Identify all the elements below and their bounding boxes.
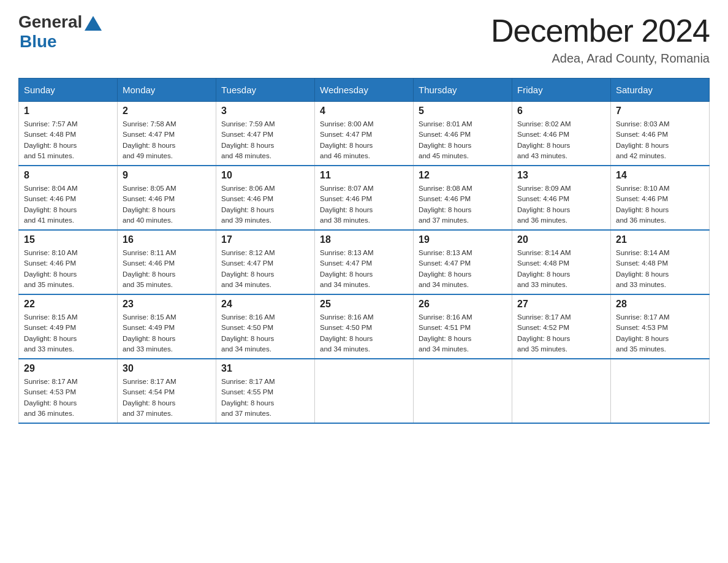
day-info: Sunrise: 8:13 AMSunset: 4:47 PMDaylight:… [419, 248, 507, 290]
day-number: 28 [616, 299, 704, 310]
week-row-3: 15Sunrise: 8:10 AMSunset: 4:46 PMDayligh… [19, 230, 710, 294]
day-info: Sunrise: 8:04 AMSunset: 4:46 PMDaylight:… [24, 183, 112, 226]
day-number: 11 [320, 170, 408, 181]
day-info: Sunrise: 8:06 AMSunset: 4:46 PMDaylight:… [221, 183, 309, 226]
day-info: Sunrise: 8:17 AMSunset: 4:55 PMDaylight:… [221, 377, 309, 419]
day-info: Sunrise: 8:03 AMSunset: 4:46 PMDaylight:… [616, 119, 704, 161]
day-info: Sunrise: 8:02 AMSunset: 4:46 PMDaylight:… [517, 119, 605, 161]
day-number: 6 [517, 105, 605, 117]
calendar-cell: 8Sunrise: 8:04 AMSunset: 4:46 PMDaylight… [19, 166, 118, 230]
calendar-cell [512, 359, 611, 423]
week-row-4: 22Sunrise: 8:15 AMSunset: 4:49 PMDayligh… [19, 294, 710, 359]
day-info: Sunrise: 8:14 AMSunset: 4:48 PMDaylight:… [616, 248, 704, 290]
calendar-cell: 12Sunrise: 8:08 AMSunset: 4:46 PMDayligh… [414, 166, 512, 230]
col-header-monday: Monday [118, 79, 216, 102]
title-section: December 2024 Adea, Arad County, Romania [491, 12, 710, 66]
day-number: 27 [517, 299, 605, 310]
calendar-cell: 9Sunrise: 8:05 AMSunset: 4:46 PMDaylight… [118, 166, 216, 230]
col-header-friday: Friday [512, 79, 611, 102]
day-info: Sunrise: 8:01 AMSunset: 4:46 PMDaylight:… [419, 119, 507, 161]
day-number: 16 [123, 234, 211, 245]
calendar-header-row: SundayMondayTuesdayWednesdayThursdayFrid… [19, 79, 710, 102]
calendar-cell: 19Sunrise: 8:13 AMSunset: 4:47 PMDayligh… [414, 230, 512, 294]
day-number: 30 [123, 363, 211, 374]
day-info: Sunrise: 8:10 AMSunset: 4:46 PMDaylight:… [616, 183, 704, 226]
day-number: 29 [24, 363, 112, 374]
day-info: Sunrise: 7:59 AMSunset: 4:47 PMDaylight:… [221, 119, 309, 161]
day-info: Sunrise: 8:17 AMSunset: 4:52 PMDaylight:… [517, 312, 605, 354]
day-info: Sunrise: 8:16 AMSunset: 4:50 PMDaylight:… [221, 312, 309, 354]
calendar-cell: 25Sunrise: 8:16 AMSunset: 4:50 PMDayligh… [315, 294, 414, 359]
day-number: 2 [123, 105, 211, 117]
calendar-cell: 1Sunrise: 7:57 AMSunset: 4:48 PMDaylight… [19, 102, 118, 166]
day-number: 9 [123, 170, 211, 181]
day-number: 26 [419, 299, 507, 310]
day-info: Sunrise: 8:16 AMSunset: 4:51 PMDaylight:… [419, 312, 507, 354]
calendar-cell: 20Sunrise: 8:14 AMSunset: 4:48 PMDayligh… [512, 230, 611, 294]
day-info: Sunrise: 8:13 AMSunset: 4:47 PMDaylight:… [320, 248, 408, 290]
day-number: 24 [221, 299, 309, 310]
day-number: 31 [221, 363, 309, 374]
day-number: 20 [517, 234, 605, 245]
day-number: 23 [123, 299, 211, 310]
day-info: Sunrise: 7:58 AMSunset: 4:47 PMDaylight:… [123, 119, 211, 161]
calendar-cell: 17Sunrise: 8:12 AMSunset: 4:47 PMDayligh… [216, 230, 315, 294]
day-info: Sunrise: 8:11 AMSunset: 4:46 PMDaylight:… [123, 248, 211, 290]
calendar-cell: 28Sunrise: 8:17 AMSunset: 4:53 PMDayligh… [611, 294, 710, 359]
month-title: December 2024 [491, 12, 710, 49]
calendar-cell: 4Sunrise: 8:00 AMSunset: 4:47 PMDaylight… [315, 102, 414, 166]
day-info: Sunrise: 8:05 AMSunset: 4:46 PMDaylight:… [123, 183, 211, 226]
day-number: 14 [616, 170, 704, 181]
day-number: 8 [24, 170, 112, 181]
calendar-cell: 23Sunrise: 8:15 AMSunset: 4:49 PMDayligh… [118, 294, 216, 359]
calendar-cell: 7Sunrise: 8:03 AMSunset: 4:46 PMDaylight… [611, 102, 710, 166]
calendar-cell [414, 359, 512, 423]
col-header-tuesday: Tuesday [216, 79, 315, 102]
calendar-cell: 31Sunrise: 8:17 AMSunset: 4:55 PMDayligh… [216, 359, 315, 423]
day-number: 12 [419, 170, 507, 181]
day-info: Sunrise: 8:17 AMSunset: 4:53 PMDaylight:… [24, 377, 112, 419]
calendar-cell: 10Sunrise: 8:06 AMSunset: 4:46 PMDayligh… [216, 166, 315, 230]
day-info: Sunrise: 8:08 AMSunset: 4:46 PMDaylight:… [419, 183, 507, 226]
logo-triangle-icon [85, 16, 102, 31]
day-number: 17 [221, 234, 309, 245]
day-info: Sunrise: 8:09 AMSunset: 4:46 PMDaylight:… [517, 183, 605, 226]
calendar-table: SundayMondayTuesdayWednesdayThursdayFrid… [18, 78, 710, 424]
day-info: Sunrise: 8:15 AMSunset: 4:49 PMDaylight:… [123, 312, 211, 354]
day-number: 4 [320, 105, 408, 117]
col-header-wednesday: Wednesday [315, 79, 414, 102]
logo: General Blue [18, 12, 102, 52]
day-number: 22 [24, 299, 112, 310]
day-info: Sunrise: 8:17 AMSunset: 4:54 PMDaylight:… [123, 377, 211, 419]
calendar-cell: 14Sunrise: 8:10 AMSunset: 4:46 PMDayligh… [611, 166, 710, 230]
day-number: 19 [419, 234, 507, 245]
week-row-5: 29Sunrise: 8:17 AMSunset: 4:53 PMDayligh… [19, 359, 710, 423]
day-number: 18 [320, 234, 408, 245]
week-row-1: 1Sunrise: 7:57 AMSunset: 4:48 PMDaylight… [19, 102, 710, 166]
calendar-cell: 15Sunrise: 8:10 AMSunset: 4:46 PMDayligh… [19, 230, 118, 294]
day-number: 1 [24, 105, 112, 117]
calendar-cell: 6Sunrise: 8:02 AMSunset: 4:46 PMDaylight… [512, 102, 611, 166]
page-header: General Blue December 2024 Adea, Arad Co… [18, 12, 710, 66]
day-number: 15 [24, 234, 112, 245]
week-row-2: 8Sunrise: 8:04 AMSunset: 4:46 PMDaylight… [19, 166, 710, 230]
day-number: 5 [419, 105, 507, 117]
calendar-cell: 30Sunrise: 8:17 AMSunset: 4:54 PMDayligh… [118, 359, 216, 423]
calendar-cell: 5Sunrise: 8:01 AMSunset: 4:46 PMDaylight… [414, 102, 512, 166]
day-info: Sunrise: 8:14 AMSunset: 4:48 PMDaylight:… [517, 248, 605, 290]
calendar-cell: 26Sunrise: 8:16 AMSunset: 4:51 PMDayligh… [414, 294, 512, 359]
logo-general-text: General [18, 12, 82, 32]
calendar-cell: 13Sunrise: 8:09 AMSunset: 4:46 PMDayligh… [512, 166, 611, 230]
calendar-cell: 18Sunrise: 8:13 AMSunset: 4:47 PMDayligh… [315, 230, 414, 294]
location-text: Adea, Arad County, Romania [491, 52, 710, 66]
col-header-sunday: Sunday [19, 79, 118, 102]
day-info: Sunrise: 8:12 AMSunset: 4:47 PMDaylight:… [221, 248, 309, 290]
day-info: Sunrise: 8:00 AMSunset: 4:47 PMDaylight:… [320, 119, 408, 161]
calendar-cell [611, 359, 710, 423]
calendar-cell [315, 359, 414, 423]
calendar-cell: 11Sunrise: 8:07 AMSunset: 4:46 PMDayligh… [315, 166, 414, 230]
col-header-saturday: Saturday [611, 79, 710, 102]
day-info: Sunrise: 8:15 AMSunset: 4:49 PMDaylight:… [24, 312, 112, 354]
day-info: Sunrise: 8:10 AMSunset: 4:46 PMDaylight:… [24, 248, 112, 290]
day-info: Sunrise: 8:07 AMSunset: 4:46 PMDaylight:… [320, 183, 408, 226]
